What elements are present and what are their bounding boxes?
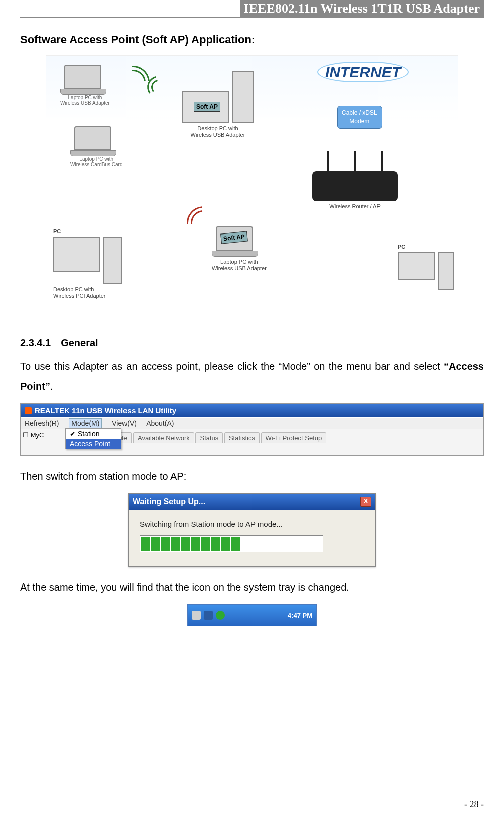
diagram-label-laptop-cardbus: Laptop PC with Wireless CardBus Card: [70, 156, 122, 167]
diagram-label-router: Wireless Router / AP: [312, 203, 398, 210]
utility-menu-bar: Refresh(R) Mode(M) View(V) About(A): [21, 417, 483, 429]
tree-root[interactable]: MyC: [31, 431, 44, 439]
paragraph-2: Then switch from station mode to AP:: [20, 466, 484, 486]
app-icon: [25, 407, 32, 414]
utility-screenshot: REALTEK 11n USB Wireless LAN Utility Ref…: [20, 403, 484, 456]
waiting-dialog: Waiting Setup Up... X Switching from Sta…: [128, 493, 376, 567]
menu-refresh[interactable]: Refresh(R): [25, 419, 59, 427]
mode-item-access-point[interactable]: Access Point: [66, 439, 121, 449]
utility-title-bar: REALTEK 11n USB Wireless LAN Utility: [21, 404, 483, 417]
tab-wps[interactable]: Wi-Fi Protect Setup: [261, 432, 327, 443]
section-title: Software Access Point (Soft AP) Applicat…: [20, 33, 484, 46]
soft-ap-badge: Soft AP: [194, 102, 220, 112]
paragraph-3: At the same time, you will find that the…: [20, 577, 484, 597]
waiting-title-text: Waiting Setup Up...: [133, 497, 205, 506]
diagram-label-pc-right: PC: [398, 244, 454, 250]
utility-title-text: REALTEK 11n USB Wireless LAN Utility: [35, 406, 176, 415]
tray-icon-1[interactable]: [192, 611, 201, 620]
mode-dropdown: ✔ Station Access Point: [65, 428, 121, 449]
system-tray: 4:47 PM: [187, 604, 317, 626]
utility-tabs: neral Profile Available Network Status S…: [75, 429, 483, 455]
internet-badge: INTERNET: [317, 62, 409, 82]
tab-status[interactable]: Status: [195, 432, 223, 443]
modem-badge: Cable / xDSL Modem: [337, 106, 382, 129]
diagram-label-laptop-usb: Laptop PC with Wireless USB Adapter: [60, 95, 110, 106]
paragraph-1-c: .: [50, 381, 53, 392]
tray-icon-ap[interactable]: [216, 611, 225, 620]
tray-clock: 4:47 PM: [288, 612, 312, 619]
header-title: IEEE802.11n Wireless 1T1R USB Adapter: [240, 0, 484, 17]
subsection-heading: 2.3.4.1 General: [20, 337, 484, 349]
router-icon: [312, 171, 398, 201]
tab-available-network[interactable]: Available Network: [133, 432, 194, 443]
menu-mode[interactable]: Mode(M): [69, 418, 102, 428]
menu-about[interactable]: About(A): [146, 419, 174, 427]
tab-statistics[interactable]: Statistics: [224, 432, 260, 443]
diagram-label-desktop-pci: Desktop PC with Wireless PCI Adapter: [53, 286, 122, 299]
softap-diagram: Laptop PC with Wireless USB Adapter Lapt…: [46, 55, 458, 322]
tray-icon-2[interactable]: [204, 611, 213, 620]
diagram-label-laptop-usb2: Laptop PC with Wireless USB Adapter: [212, 259, 267, 272]
diagram-label-desktop-usb: Desktop PC with Wireless USB Adapter: [182, 125, 254, 138]
soft-ap-badge-2: Soft AP: [220, 231, 248, 244]
mode-item-station[interactable]: ✔ Station: [66, 429, 121, 439]
waiting-message: Switching from Station mode to AP mode..…: [140, 520, 364, 528]
close-button[interactable]: X: [360, 497, 371, 507]
menu-view[interactable]: View(V): [112, 419, 137, 427]
page-header: IEEE802.11n Wireless 1T1R USB Adapter: [20, 0, 484, 18]
progress-bar: [140, 535, 323, 552]
page-number: - 28 -: [464, 799, 484, 810]
diagram-label-pc-left: PC: [53, 228, 122, 235]
paragraph-1-a: To use this Adapter as an access point, …: [20, 361, 444, 372]
paragraph-1: To use this Adapter as an access point, …: [20, 356, 484, 396]
